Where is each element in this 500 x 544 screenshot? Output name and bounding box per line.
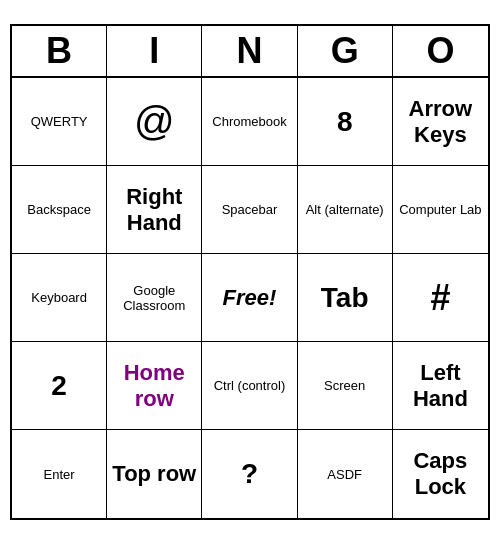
bingo-cell-12: Free!: [202, 254, 297, 342]
bingo-cell-10: Keyboard: [12, 254, 107, 342]
header-g: G: [298, 26, 393, 76]
header-b: B: [12, 26, 107, 76]
bingo-cell-6: Right Hand: [107, 166, 202, 254]
bingo-grid: QWERTY@Chromebook8Arrow KeysBackspaceRig…: [12, 78, 488, 518]
bingo-cell-19: Left Hand: [393, 342, 488, 430]
bingo-cell-3: 8: [298, 78, 393, 166]
bingo-card: B I N G O QWERTY@Chromebook8Arrow KeysBa…: [10, 24, 490, 520]
bingo-cell-16: Home row: [107, 342, 202, 430]
bingo-cell-14: #: [393, 254, 488, 342]
bingo-cell-23: ASDF: [298, 430, 393, 518]
header-n: N: [202, 26, 297, 76]
bingo-cell-2: Chromebook: [202, 78, 297, 166]
bingo-cell-7: Spacebar: [202, 166, 297, 254]
bingo-cell-9: Computer Lab: [393, 166, 488, 254]
bingo-cell-5: Backspace: [12, 166, 107, 254]
bingo-cell-24: Caps Lock: [393, 430, 488, 518]
bingo-cell-17: Ctrl (control): [202, 342, 297, 430]
bingo-cell-11: Google Classroom: [107, 254, 202, 342]
bingo-cell-20: Enter: [12, 430, 107, 518]
bingo-cell-22: ?: [202, 430, 297, 518]
bingo-cell-21: Top row: [107, 430, 202, 518]
bingo-cell-8: Alt (alternate): [298, 166, 393, 254]
bingo-cell-15: 2: [12, 342, 107, 430]
bingo-cell-1: @: [107, 78, 202, 166]
bingo-cell-13: Tab: [298, 254, 393, 342]
bingo-header: B I N G O: [12, 26, 488, 78]
bingo-cell-4: Arrow Keys: [393, 78, 488, 166]
bingo-cell-0: QWERTY: [12, 78, 107, 166]
header-i: I: [107, 26, 202, 76]
bingo-cell-18: Screen: [298, 342, 393, 430]
header-o: O: [393, 26, 488, 76]
